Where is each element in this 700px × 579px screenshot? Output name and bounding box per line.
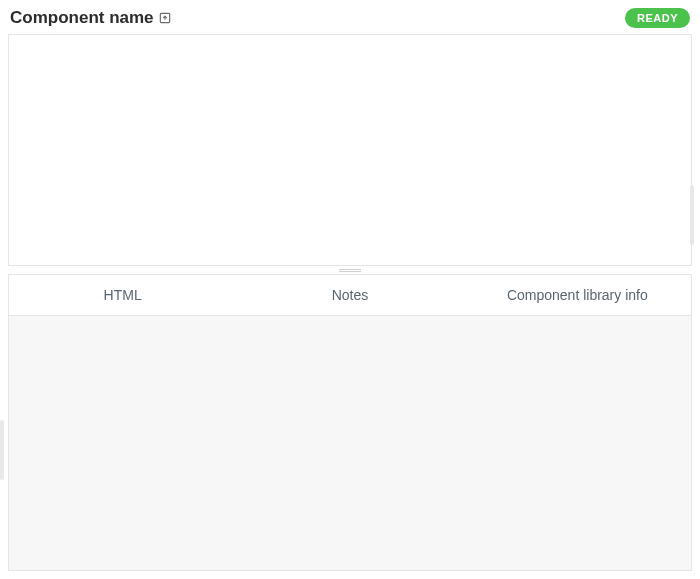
tab-content-area <box>8 316 692 571</box>
scrollbar-thumb[interactable] <box>0 420 4 480</box>
header: Component name READY <box>8 8 692 34</box>
tab-html[interactable]: HTML <box>9 275 236 315</box>
component-detail-panel: Component name READY HTML Notes Componen… <box>0 0 700 579</box>
scrollbar-thumb[interactable] <box>690 185 694 245</box>
tabs-bar: HTML Notes Component library info <box>8 274 692 316</box>
splitter-handle-icon <box>339 269 361 272</box>
preview-pane <box>8 34 692 266</box>
open-in-new-icon[interactable] <box>158 11 172 25</box>
tab-notes[interactable]: Notes <box>236 275 463 315</box>
tab-component-library-info[interactable]: Component library info <box>464 275 691 315</box>
component-title: Component name <box>10 8 154 28</box>
vertical-splitter[interactable] <box>8 266 692 274</box>
title-wrap: Component name <box>10 8 172 28</box>
status-badge: READY <box>625 8 690 28</box>
